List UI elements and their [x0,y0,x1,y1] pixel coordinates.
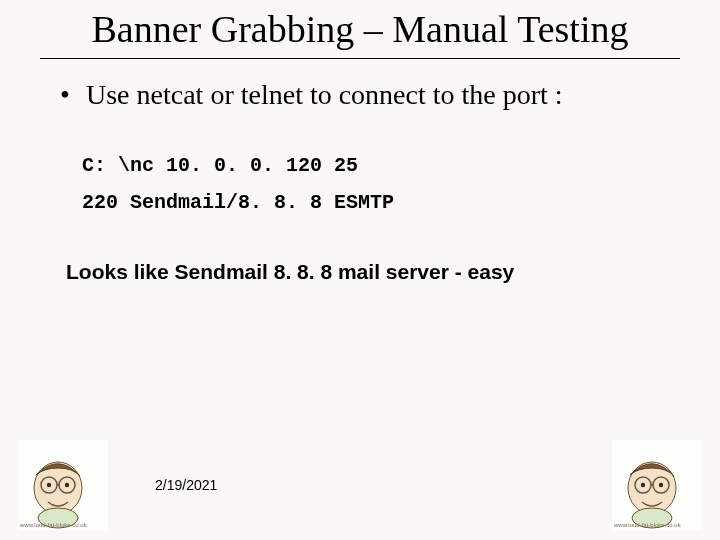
slide: Banner Grabbing – Manual Testing Use net… [0,8,720,540]
slide-title: Banner Grabbing – Manual Testing [40,8,680,52]
code-command: C: \nc 10. 0. 0. 120 25 [82,154,662,177]
cartoon-image-right: www.loud-fat-bloke.co.uk [612,440,702,530]
svg-point-6 [65,483,69,487]
code-block: C: \nc 10. 0. 0. 120 25 220 Sendmail/8. … [82,154,662,214]
svg-point-13 [641,483,645,487]
cartoon-credit-right: www.loud-fat-bloke.co.uk [614,522,681,528]
slide-date: 2/19/2021 [155,477,217,493]
bullet-item: Use netcat or telnet to connect to the p… [58,77,662,112]
code-response: 220 Sendmail/8. 8. 8 ESMTP [82,191,662,214]
slide-body: Use netcat or telnet to connect to the p… [58,77,662,284]
cartoon-image-left: www.loud-fat-bloke.co.uk [18,440,108,530]
title-underline [40,58,680,59]
cartoon-face-icon [18,440,108,530]
conclusion-text: Looks like Sendmail 8. 8. 8 mail server … [66,260,662,284]
svg-point-5 [47,483,51,487]
cartoon-credit-left: www.loud-fat-bloke.co.uk [20,522,87,528]
svg-point-14 [659,483,663,487]
cartoon-face-icon [612,440,702,530]
